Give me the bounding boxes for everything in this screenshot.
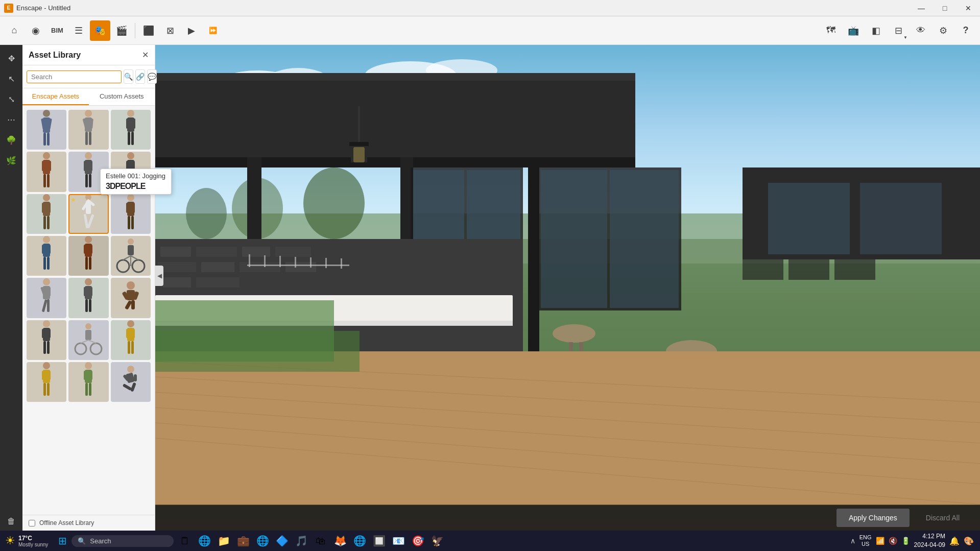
clock[interactable]: 4:12 PM 2024-04-09 <box>914 532 945 549</box>
taskbar-app-outlook[interactable]: 📧 <box>389 532 408 550</box>
sidebar-scale-icon[interactable]: ⤡ <box>2 90 20 108</box>
viewport-tool-button[interactable]: ⬛ <box>138 20 159 41</box>
split-view-button[interactable]: ◧ <box>866 20 886 41</box>
svg-point-0 <box>43 110 50 117</box>
compass-tool-button[interactable]: ◉ <box>26 20 46 41</box>
layers-tool-button[interactable]: ☰ <box>68 20 89 41</box>
home-tool-button[interactable]: ⌂ <box>4 20 25 41</box>
tray-color-icon[interactable]: 🎨 <box>964 536 974 546</box>
taskbar-app-edge2[interactable]: 🌐 <box>253 532 272 550</box>
capture-tool-button[interactable]: 🎬 <box>111 20 132 41</box>
asset-item-selected[interactable]: ★ <box>68 194 108 234</box>
help-button[interactable]: ? <box>955 20 976 41</box>
svg-rect-94 <box>48 329 51 338</box>
asset-item[interactable] <box>111 320 151 360</box>
close-panel-button[interactable]: ✕ <box>142 50 149 60</box>
asset-item-cyclist[interactable] <box>111 236 151 276</box>
bim-tool-button[interactable]: BIM <box>47 20 67 41</box>
viewport-background <box>155 45 980 531</box>
taskbar-app-app3[interactable]: 🦅 <box>428 532 446 550</box>
asset-grid-container[interactable]: ★ <box>22 106 155 515</box>
asset-item[interactable] <box>27 320 66 360</box>
asset-item[interactable] <box>68 362 108 402</box>
asset-item[interactable] <box>68 236 108 276</box>
taskbar-app-edge1[interactable]: 🌐 <box>195 532 213 550</box>
asset-item-seated[interactable] <box>111 278 151 318</box>
tray-notification-icon[interactable]: 🔔 <box>949 536 960 546</box>
clock-date: 2024-04-09 <box>914 541 945 549</box>
svg-rect-137 <box>155 76 635 167</box>
search-input[interactable] <box>27 70 122 83</box>
taskbar-app-spotify[interactable]: 🎵 <box>292 532 310 550</box>
sidebar-select-icon[interactable]: ↖ <box>2 69 20 88</box>
taskbar-search[interactable]: 🔍 Search <box>71 535 174 547</box>
discard-all-button[interactable]: Discard All <box>914 509 972 527</box>
tab-custom-assets[interactable]: Custom Assets <box>89 88 155 105</box>
taskbar-app-sketchup[interactable]: 🔷 <box>273 532 291 550</box>
svg-rect-114 <box>47 383 50 396</box>
svg-rect-152 <box>242 247 270 257</box>
svg-rect-107 <box>128 341 130 354</box>
asset-item[interactable] <box>27 152 66 191</box>
start-button[interactable]: ⊞ <box>53 532 71 550</box>
filter-button[interactable]: 💬 <box>147 69 157 84</box>
svg-point-79 <box>85 278 92 285</box>
asset-item[interactable] <box>111 110 151 150</box>
sidebar-bush-icon[interactable]: 🌿 <box>2 151 20 170</box>
taskbar-app-notes[interactable]: 🗒 <box>176 532 194 550</box>
favorite-star[interactable]: ★ <box>70 196 76 203</box>
sidebar-scatter-icon[interactable]: ⋯ <box>2 110 20 129</box>
asset-panel-header: Asset Library ✕ <box>22 45 155 65</box>
export-tool-button[interactable]: ▶ <box>181 20 202 41</box>
layout-button[interactable]: ⊟▼ <box>888 20 909 41</box>
asset-item[interactable] <box>68 110 108 150</box>
asset-item[interactable] <box>27 236 66 276</box>
svg-rect-156 <box>240 262 280 272</box>
asset-item[interactable] <box>111 194 151 234</box>
tab-enscape-assets[interactable]: Enscape Assets <box>22 88 89 105</box>
search-button[interactable]: 🔍 <box>124 69 133 84</box>
vr-tool-button[interactable]: ⊠ <box>160 20 180 41</box>
taskbar-app-app1[interactable]: 🔲 <box>370 532 388 550</box>
apply-changes-button[interactable]: Apply Changes <box>836 509 910 527</box>
taskbar-app-files[interactable]: 📁 <box>214 532 233 550</box>
eye-button[interactable]: 👁 <box>911 20 931 41</box>
tray-wifi-icon[interactable]: 📶 <box>876 537 885 545</box>
minimize-button[interactable]: — <box>910 0 933 16</box>
asset-item[interactable] <box>68 278 108 318</box>
svg-rect-93 <box>42 329 44 338</box>
link-button[interactable]: 🔗 <box>135 69 145 84</box>
settings-button[interactable]: ⚙ <box>933 20 953 41</box>
vr-headset-button[interactable]: 📺 <box>843 20 864 41</box>
tray-expand-icon[interactable]: ∧ <box>850 537 855 545</box>
asset-item[interactable] <box>27 194 66 234</box>
tray-battery-icon[interactable]: 🔋 <box>901 537 910 545</box>
taskbar-app-teams[interactable]: 💼 <box>234 532 252 550</box>
main-viewport[interactable] <box>155 45 980 531</box>
taskbar-app-chrome[interactable]: 🌐 <box>350 532 369 550</box>
asset-tool-button[interactable]: 🎭 <box>90 20 110 41</box>
taskbar-app-firefox[interactable]: 🦊 <box>331 532 349 550</box>
svg-rect-153 <box>275 247 311 257</box>
tooltip-asset-name: Estelle 001: Jogging <box>106 172 166 180</box>
maximize-button[interactable]: □ <box>933 0 957 16</box>
tray-volume-icon[interactable]: 🔇 <box>889 537 897 545</box>
close-button[interactable]: ✕ <box>957 0 980 16</box>
collapse-panel-button[interactable]: ◀ <box>155 266 163 286</box>
sidebar-tree-icon[interactable]: 🌳 <box>2 131 20 149</box>
asset-item[interactable] <box>27 362 66 402</box>
asset-item[interactable] <box>27 278 66 318</box>
offline-label[interactable]: Offline Asset Library <box>39 519 94 526</box>
map-button[interactable]: 🗺 <box>821 20 841 41</box>
asset-item[interactable] <box>27 110 66 150</box>
taskbar-app-store[interactable]: 🛍 <box>312 532 330 550</box>
svg-rect-139 <box>155 157 635 167</box>
sync-tool-button[interactable]: ⏩ <box>203 20 223 41</box>
sidebar-delete-icon[interactable]: 🗑 <box>2 512 20 531</box>
offline-checkbox[interactable] <box>29 520 35 526</box>
sidebar-move-icon[interactable]: ✥ <box>2 49 20 67</box>
asset-item-crouching[interactable] <box>111 362 151 402</box>
asset-item-bike[interactable] <box>68 320 108 360</box>
svg-rect-16 <box>128 132 130 145</box>
taskbar-app-enscape[interactable]: 🎯 <box>409 532 427 550</box>
